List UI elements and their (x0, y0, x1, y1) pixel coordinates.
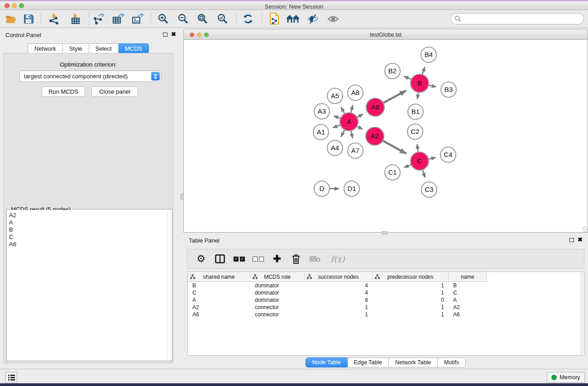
column-header-successor-nodes[interactable]: successor nodes (305, 272, 373, 282)
edge-A-A4[interactable] (341, 130, 344, 137)
table-scrollbar[interactable] (581, 272, 584, 355)
edge-A-A3[interactable] (334, 116, 340, 118)
network-frame-titlebar[interactable]: testGlobe.txt (183, 29, 588, 40)
result-item[interactable]: C (9, 234, 167, 241)
table-header-row[interactable]: shared nameMCDS rolesuccessor nodesprede… (188, 272, 584, 282)
edge-A-A7[interactable] (351, 131, 353, 138)
tab-mcds[interactable]: MCDS (119, 43, 149, 53)
zoom-selected-icon[interactable] (215, 12, 230, 26)
export-network-icon[interactable] (91, 12, 106, 26)
table-row[interactable]: A2connector11A2 (188, 304, 584, 311)
splitter-handle[interactable] (181, 194, 184, 200)
result-item[interactable]: A6 (9, 241, 167, 248)
edge-B-B2[interactable] (404, 76, 411, 79)
tab-network[interactable]: Network (28, 43, 63, 53)
table-cell: 0 (373, 296, 449, 304)
search-field[interactable] (450, 13, 584, 24)
search-input[interactable] (461, 16, 574, 22)
unselect-all-columns-icon[interactable] (252, 253, 264, 265)
node-label-C2: C2 (411, 128, 419, 135)
show-graphics-details-icon[interactable] (326, 12, 340, 26)
open-session-icon[interactable] (4, 12, 19, 26)
node-label-D1: D1 (347, 185, 356, 192)
criterion-dropdown[interactable]: largest connected component (directed) (19, 71, 161, 82)
float-panel-icon[interactable] (163, 33, 167, 37)
table-cell: 4 (305, 282, 373, 289)
column-header-MCDS-role[interactable]: MCDS role (250, 272, 305, 282)
edge-A-A5[interactable] (341, 107, 344, 114)
memory-button[interactable]: Memory (547, 372, 585, 383)
edge-A-A1[interactable] (333, 125, 340, 128)
close-panel-icon[interactable]: ✖ (171, 32, 176, 37)
table-row[interactable]: Cdominator41C (188, 289, 584, 296)
tree-hierarchy-icon (190, 274, 195, 279)
edge-C-C2[interactable] (417, 144, 418, 152)
show-column-icon[interactable] (214, 253, 226, 265)
table-body[interactable]: Bdominator41BCdominator41CAdominator80AA… (188, 282, 584, 318)
zoom-in-icon[interactable] (156, 12, 171, 26)
node-label-A: A (347, 118, 351, 125)
network-graph[interactable]: B4B2BB3B1C2A5A8A6A3AA1A2A4A7C4CC1C3DD1 (184, 40, 588, 232)
network-canvas[interactable]: B4B2BB3B1C2A5A8A6A3AA1A2A4A7C4CC1C3DD1 (183, 40, 588, 233)
edge-A-A2[interactable] (357, 126, 363, 129)
column-header-shared-name[interactable]: shared name (188, 272, 250, 282)
edge-B-B4[interactable] (422, 67, 425, 74)
import-table-icon[interactable] (68, 12, 82, 26)
network-from-document-icon[interactable] (267, 12, 282, 26)
result-item[interactable]: A2 (9, 212, 167, 219)
table-cell: 1 (305, 311, 373, 318)
refresh-icon[interactable] (241, 12, 255, 26)
table-row[interactable]: A6connector11A6 (188, 311, 584, 318)
node-label-A8: A8 (351, 89, 359, 96)
edge-A6-B[interactable] (383, 91, 406, 103)
edge-A-A6[interactable] (357, 114, 363, 117)
add-column-icon[interactable]: ✚ (271, 253, 283, 265)
edge-C-C3[interactable] (423, 170, 425, 178)
column-header-name[interactable]: name (449, 272, 487, 282)
splitter-handle[interactable] (382, 231, 387, 234)
hide-graphics-details-icon[interactable] (306, 12, 320, 26)
close-panel-button[interactable]: Close panel (91, 86, 138, 97)
mcds-result-list[interactable]: A2ABCA6 (7, 210, 167, 360)
table-cell: C (188, 289, 250, 296)
tab-motifs[interactable]: Motifs (438, 357, 466, 367)
tab-edge-table[interactable]: Edge Table (348, 357, 389, 367)
result-item[interactable]: B (9, 226, 167, 234)
resize-grip[interactable] (582, 227, 588, 232)
table-options-gear-icon[interactable]: ⚙ (195, 253, 207, 265)
delete-table-icon[interactable] (309, 253, 321, 265)
home-view-icon[interactable] (286, 12, 300, 26)
desktop-bottom-strip (0, 383, 588, 386)
mcds-result-scrollbar[interactable] (167, 210, 172, 360)
float-panel-icon[interactable] (569, 238, 574, 242)
function-builder-icon[interactable]: f(x) (328, 253, 348, 265)
edge-C-C4[interactable] (429, 157, 435, 159)
run-mcds-button[interactable]: Run MCDS (42, 86, 85, 97)
column-header-predecessor-nodes[interactable]: predecessor nodes (373, 272, 449, 282)
export-image-icon[interactable] (130, 12, 145, 26)
result-item[interactable]: A (9, 219, 167, 226)
tab-node-table[interactable]: Node Table (306, 357, 348, 367)
close-panel-icon[interactable]: ✖ (578, 238, 583, 242)
select-all-columns-icon[interactable] (233, 253, 245, 265)
zoom-out-icon[interactable] (176, 12, 191, 26)
export-table-icon[interactable] (111, 12, 125, 26)
table-row[interactable]: Bdominator41B (188, 282, 584, 289)
task-manager-button[interactable] (5, 372, 17, 383)
edge-A-A8[interactable] (351, 105, 353, 112)
tab-style[interactable]: Style (63, 43, 89, 53)
table-cell: connector (250, 311, 305, 318)
table-cell: A6 (188, 311, 250, 318)
edge-C-C1[interactable] (404, 165, 411, 167)
tab-select[interactable]: Select (89, 43, 119, 53)
import-network-icon[interactable] (47, 12, 62, 26)
edge-A2-C[interactable] (383, 141, 406, 153)
delete-column-icon[interactable] (290, 253, 302, 265)
node-table[interactable]: shared nameMCDS rolesuccessor nodesprede… (187, 272, 585, 356)
edge-B-B1[interactable] (417, 93, 418, 99)
zoom-fit-icon[interactable] (196, 12, 210, 26)
save-session-icon[interactable] (21, 12, 36, 26)
tab-network-table[interactable]: Network Table (389, 357, 438, 367)
table-row[interactable]: Adominator80A (188, 296, 584, 304)
edge-B-B3[interactable] (429, 85, 436, 87)
